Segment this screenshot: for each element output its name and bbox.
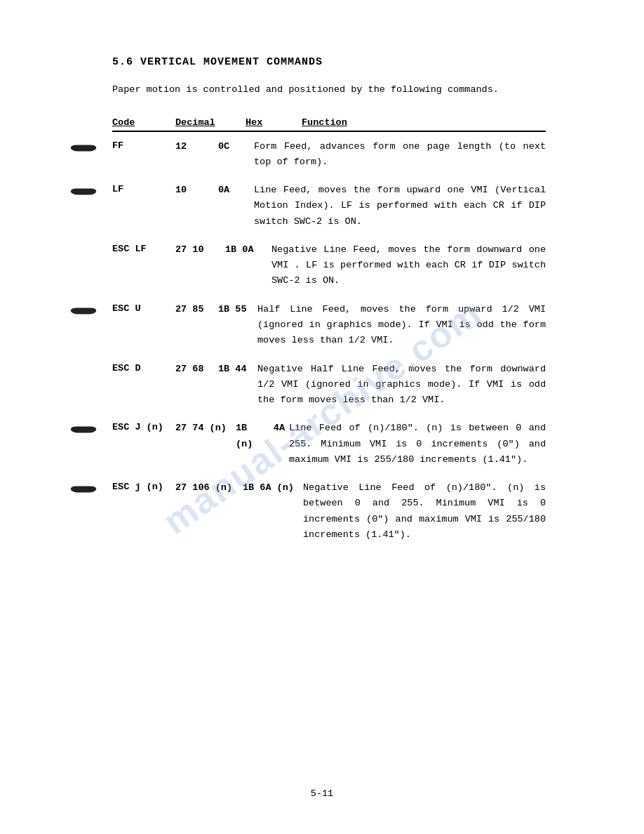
section-title: 5.6 VERTICAL MOVEMENT COMMANDS bbox=[112, 56, 546, 68]
cmd-hex-esc-j: 1B 4A (n) bbox=[236, 421, 285, 468]
cmd-hex-esc-j-lower: 1B 6A (n) bbox=[243, 480, 299, 543]
table-row: ESC U 27 85 1B 55 Half Line Feed, moves … bbox=[112, 302, 546, 349]
cmd-hex-esc-d: 1B 44 bbox=[218, 362, 253, 409]
cmd-code-esc-u: ESC U bbox=[112, 302, 175, 349]
cmd-content-esc-j: 27 74 (n) 1B 4A (n) Line Feed of (n)/180… bbox=[175, 421, 546, 468]
cmd-desc-esc-lf: Negative Line Feed, moves the form downw… bbox=[271, 242, 546, 289]
cmd-hex-ff: 0C bbox=[218, 139, 250, 171]
cmd-code-lf: LF bbox=[112, 183, 175, 230]
table-row: ESC LF 27 10 1B 0A Negative Line Feed, m… bbox=[112, 242, 546, 289]
page: manual-archive.com 5.6 VERTICAL MOVEMENT… bbox=[0, 0, 644, 834]
col-header-function: Function bbox=[302, 117, 546, 128]
cmd-desc-esc-u: Half Line Feed, moves the form upward 1/… bbox=[257, 302, 546, 349]
cmd-desc-esc-j-lower: Negative Line Feed of (n)/180". (n) is b… bbox=[303, 480, 546, 543]
cmd-decimal-esc-d: 27 68 bbox=[175, 362, 214, 409]
table-row: ESC J (n) 27 74 (n) 1B 4A (n) Line Feed … bbox=[112, 421, 546, 468]
cmd-desc-lf: Line Feed, moves the form upward one VMI… bbox=[254, 183, 546, 230]
table-header: Code Decimal Hex Function bbox=[112, 117, 546, 132]
table-row: ESC D 27 68 1B 44 Negative Half Line Fee… bbox=[112, 362, 546, 409]
cmd-code-esc-lf: ESC LF bbox=[112, 242, 175, 289]
cmd-desc-esc-d: Negative Half Line Feed, moves the form … bbox=[257, 362, 546, 409]
cmd-decimal-esc-j: 27 74 (n) bbox=[175, 421, 232, 468]
col-header-decimal: Decimal bbox=[175, 117, 246, 128]
bullet-mark bbox=[71, 427, 96, 433]
cmd-desc-ff: Form Feed, advances form one page length… bbox=[254, 139, 546, 171]
bullet-mark bbox=[71, 145, 96, 151]
table-row: ESC j (n) 27 106 (n) 1B 6A (n) Negative … bbox=[112, 480, 546, 543]
cmd-content-lf: 10 0A Line Feed, moves the form upward o… bbox=[175, 183, 546, 230]
intro-paragraph: Paper motion is controlled and positione… bbox=[112, 82, 546, 98]
cmd-decimal-esc-u: 27 85 bbox=[175, 302, 214, 349]
table-row: FF 12 0C Form Feed, advances form one pa… bbox=[112, 139, 546, 171]
cmd-code-ff: FF bbox=[112, 139, 175, 171]
bullet-mark bbox=[71, 307, 96, 314]
cmd-hex-esc-u: 1B 55 bbox=[218, 302, 253, 349]
cmd-desc-esc-j: Line Feed of (n)/180". (n) is between 0 … bbox=[289, 421, 546, 468]
cmd-content-esc-lf: 27 10 1B 0A Negative Line Feed, moves th… bbox=[175, 242, 546, 289]
cmd-decimal-lf: 10 bbox=[175, 183, 214, 230]
cmd-hex-lf: 0A bbox=[218, 183, 250, 230]
table-row: LF 10 0A Line Feed, moves the form upwar… bbox=[112, 183, 546, 230]
cmd-content-ff: 12 0C Form Feed, advances form one page … bbox=[175, 139, 546, 171]
cmd-content-esc-j-lower: 27 106 (n) 1B 6A (n) Negative Line Feed … bbox=[175, 480, 546, 543]
page-number: 5-11 bbox=[0, 788, 644, 799]
cmd-code-esc-j: ESC J (n) bbox=[112, 421, 175, 468]
cmd-decimal-esc-j-lower: 27 106 (n) bbox=[175, 480, 239, 543]
cmd-hex-esc-lf: 1B 0A bbox=[225, 242, 267, 289]
cmd-content-esc-u: 27 85 1B 55 Half Line Feed, moves the fo… bbox=[175, 302, 546, 349]
bullet-mark bbox=[71, 486, 96, 493]
cmd-content-esc-d: 27 68 1B 44 Negative Half Line Feed, mov… bbox=[175, 362, 546, 409]
col-header-code: Code bbox=[112, 117, 175, 128]
col-header-hex: Hex bbox=[246, 117, 302, 128]
cmd-code-esc-j-lower: ESC j (n) bbox=[112, 480, 175, 543]
command-table: Code Decimal Hex Function FF 12 0C Form … bbox=[112, 117, 546, 543]
bullet-mark bbox=[71, 189, 96, 195]
cmd-decimal-esc-lf: 27 10 bbox=[175, 242, 221, 289]
cmd-code-esc-d: ESC D bbox=[112, 362, 175, 409]
cmd-decimal-ff: 12 bbox=[175, 139, 214, 171]
